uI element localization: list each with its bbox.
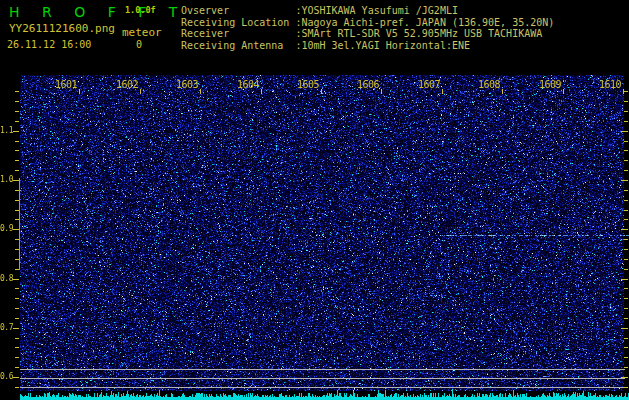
time-tick-label-1606: 1606 xyxy=(349,79,379,90)
freq-tick-label-1.1: 1.1 xyxy=(0,126,13,135)
freq-tick-label-0.7: 0.7 xyxy=(0,323,13,332)
freq-tick-label-1.0: 1.0 xyxy=(0,175,13,184)
time-tick-label-1609: 1609 xyxy=(531,79,561,90)
station-info-block: Ovserver :YOSHIKAWA Yasufumi /JG2MLI Rec… xyxy=(181,5,554,51)
meteor-count: 0 xyxy=(122,39,156,50)
app-title: H R O F F T xyxy=(9,4,186,20)
time-tick-label-1605: 1605 xyxy=(289,79,319,90)
observation-datetime: 26.11.12 16:00 xyxy=(7,39,91,50)
time-tick-label-1601: 1601 xyxy=(47,79,77,90)
time-tick-label-1604: 1604 xyxy=(229,79,259,90)
freq-tick-label-0.8: 0.8 xyxy=(0,274,13,283)
time-tick-label-1602: 1602 xyxy=(108,79,138,90)
observer-line: Ovserver :YOSHIKAWA Yasufumi /JG2MLI xyxy=(181,5,554,17)
time-tick-label-1607: 1607 xyxy=(410,79,440,90)
time-tick-label-1603: 1603 xyxy=(168,79,198,90)
time-tick-label-1610: 1610 xyxy=(591,79,621,90)
spectrogram-canvas xyxy=(0,75,629,400)
receiver-line: Receiver :SMArt RTL-SDR V5 52.905MHz USB… xyxy=(181,28,554,40)
freq-tick-label-0.6: 0.6 xyxy=(0,372,13,381)
receiving-location-line: Receiving Location :Nagoya Aichi-pref. J… xyxy=(181,17,554,29)
receiving-antenna-line: Receiving Antenna :10mH 3el.YAGI Horizon… xyxy=(181,40,554,52)
hrofft-output-window: H R O F F T 1.0.0f YY2611121600.png mete… xyxy=(0,0,629,400)
time-tick-label-1608: 1608 xyxy=(470,79,500,90)
output-filename: YY2611121600.png xyxy=(9,22,115,35)
mode-label: meteor xyxy=(122,26,162,39)
freq-tick-label-0.9: 0.9 xyxy=(0,224,13,233)
app-version: 1.0.0f xyxy=(125,5,156,15)
